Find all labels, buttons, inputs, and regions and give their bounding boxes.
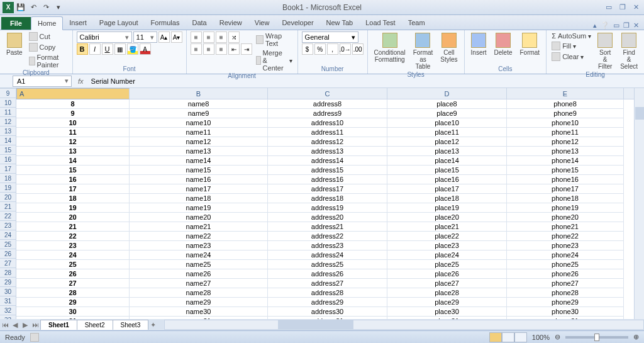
copy-button[interactable]: Copy (28, 42, 69, 52)
cell[interactable]: phone28 (507, 288, 624, 298)
cell[interactable]: address9 (268, 109, 387, 118)
cell[interactable]: name13 (130, 147, 268, 156)
undo-icon[interactable]: ↶ (28, 2, 39, 13)
cell[interactable]: phone27 (507, 279, 624, 288)
row-header[interactable]: 22 (0, 211, 16, 221)
cell[interactable]: 19 (16, 203, 130, 213)
cell[interactable]: phone12 (507, 137, 624, 147)
cell[interactable]: 28 (16, 288, 130, 298)
cell[interactable]: address12 (268, 137, 387, 147)
row-header[interactable]: 14 (0, 136, 16, 145)
percent-button[interactable]: % (314, 43, 326, 55)
cell[interactable]: 30 (16, 307, 130, 317)
row-header[interactable]: 21 (0, 202, 16, 211)
cell[interactable]: name21 (130, 222, 268, 232)
insert-cells-button[interactable]: Insert (469, 31, 489, 57)
cell[interactable]: 17 (16, 184, 130, 194)
align-center-button[interactable]: ≡ (203, 43, 214, 55)
cell[interactable]: address17 (268, 184, 387, 194)
sheet-nav-prev-icon[interactable]: ◀ (10, 321, 20, 329)
row-header[interactable]: 10 (0, 98, 16, 108)
cell[interactable]: 21 (16, 222, 130, 232)
cell[interactable]: name17 (130, 184, 268, 194)
tab-developer[interactable]: Developer (275, 16, 319, 30)
cell[interactable]: phone30 (507, 307, 624, 317)
cell[interactable]: phone25 (507, 260, 624, 269)
row-header[interactable]: 20 (0, 193, 16, 202)
cell[interactable]: name29 (130, 298, 268, 307)
cell[interactable]: place18 (387, 194, 507, 203)
increase-indent-button[interactable]: ⇥ (241, 43, 252, 55)
vertical-scrollbar[interactable] (634, 88, 644, 319)
cell[interactable]: 14 (16, 156, 130, 166)
row-header[interactable]: 25 (0, 240, 16, 249)
doc-restore-icon[interactable]: ❐ (623, 21, 630, 30)
chevron-down-icon[interactable]: ▾ (123, 33, 131, 42)
cell[interactable]: place19 (387, 203, 507, 213)
fx-icon[interactable]: fx (73, 77, 89, 85)
new-sheet-icon[interactable]: ✦ (148, 321, 158, 329)
column-header-D[interactable]: D (387, 88, 507, 99)
column-header-C[interactable]: C (268, 88, 387, 99)
row-header[interactable]: 15 (0, 145, 16, 155)
cell[interactable]: place27 (387, 279, 507, 288)
zoom-slider[interactable] (565, 336, 628, 339)
cut-button[interactable]: Cut (28, 31, 69, 42)
cell[interactable]: name25 (130, 260, 268, 269)
cell[interactable]: address23 (268, 241, 387, 250)
align-middle-button[interactable]: ≡ (203, 31, 214, 43)
redo-icon[interactable]: ↷ (40, 2, 52, 13)
cell[interactable]: place10 (387, 118, 507, 128)
cell[interactable]: place24 (387, 250, 507, 260)
cell[interactable]: phone14 (507, 156, 624, 166)
cell[interactable]: place9 (387, 109, 507, 118)
minimize-icon[interactable]: ▭ (606, 3, 612, 11)
cell[interactable]: address19 (268, 203, 387, 213)
font-color-button[interactable]: A (140, 43, 151, 55)
row-header[interactable]: 9 (0, 89, 16, 98)
cell[interactable]: phone26 (507, 269, 624, 279)
cell[interactable]: address8 (268, 99, 387, 109)
align-left-button[interactable]: ≡ (191, 43, 202, 55)
cell[interactable]: place23 (387, 241, 507, 250)
cell[interactable]: name24 (130, 250, 268, 260)
cell[interactable]: 13 (16, 147, 130, 156)
cell[interactable]: address22 (268, 232, 387, 241)
tab-load-test[interactable]: Load Test (359, 16, 402, 30)
row-header[interactable]: 32 (0, 306, 16, 315)
cell[interactable]: name30 (130, 307, 268, 317)
cell[interactable]: name19 (130, 203, 268, 213)
cell[interactable]: 20 (16, 213, 130, 222)
cell[interactable]: 9 (16, 109, 130, 118)
comma-button[interactable]: , (327, 43, 338, 55)
close-icon[interactable]: ✕ (633, 3, 639, 11)
shrink-font-button[interactable]: A▾ (171, 31, 182, 43)
paste-button[interactable]: Paste (4, 31, 25, 57)
row-header[interactable]: 29 (0, 278, 16, 287)
autosum-button[interactable]: Σ AutoSum ▾ (550, 31, 592, 40)
cell[interactable]: 23 (16, 241, 130, 250)
cell[interactable]: phone18 (507, 194, 624, 203)
decrease-decimal-button[interactable]: .00 (352, 43, 364, 55)
wrap-text-button[interactable]: Wrap Text (255, 31, 294, 48)
fill-button[interactable]: Fill ▾ (550, 41, 592, 51)
orientation-button[interactable]: ⤭ (228, 31, 240, 43)
zoom-out-button[interactable]: ⊖ (555, 333, 560, 341)
cell[interactable]: 26 (16, 269, 130, 279)
cell[interactable]: name22 (130, 232, 268, 241)
tab-review[interactable]: Review (213, 16, 248, 30)
cell[interactable]: 8 (16, 99, 130, 109)
sheet-nav-next-icon[interactable]: ▶ (20, 321, 30, 329)
underline-button[interactable]: U (102, 43, 113, 55)
cell[interactable]: place15 (387, 166, 507, 175)
delete-cells-button[interactable]: Delete (492, 31, 515, 57)
tab-formulas[interactable]: Formulas (145, 16, 186, 30)
page-break-view-button[interactable] (514, 332, 527, 342)
row-header[interactable]: 17 (0, 164, 16, 174)
number-format-dropdown[interactable]: General▾ (302, 31, 358, 43)
cell[interactable]: name16 (130, 175, 268, 184)
cell[interactable]: name8 (130, 99, 268, 109)
cell[interactable]: address15 (268, 166, 387, 175)
tab-page-layout[interactable]: Page Layout (93, 16, 145, 30)
cell[interactable]: 11 (16, 128, 130, 137)
